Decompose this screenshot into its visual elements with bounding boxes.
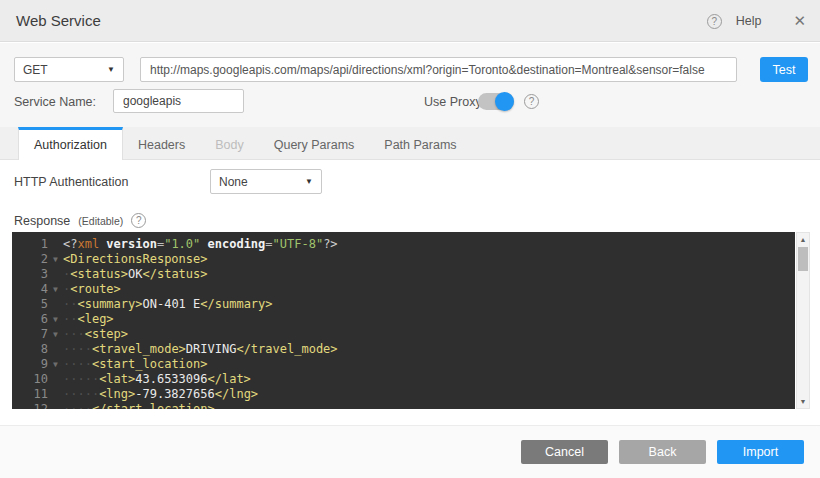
line-number: 3	[12, 267, 48, 282]
page-title: Web Service	[16, 0, 101, 42]
code-line: 5··<summary>ON-401 E</summary>	[12, 297, 795, 312]
tab-bar: AuthorizationHeadersBodyQuery ParamsPath…	[0, 127, 820, 160]
back-button[interactable]: Back	[619, 440, 706, 464]
line-number: 5	[12, 297, 48, 312]
test-button[interactable]: Test	[760, 57, 808, 82]
fold-spacer	[48, 342, 63, 357]
code-line: 4▼·<route>	[12, 282, 795, 297]
line-number: 2	[12, 252, 48, 267]
code-line: 7▼···<step>	[12, 327, 795, 342]
fold-arrow-icon[interactable]: ▼	[48, 357, 63, 372]
fold-spacer	[48, 402, 63, 409]
code-line: 10·····<lat>43.6533096</lat>	[12, 372, 795, 387]
code-text: ···<step>	[63, 327, 795, 342]
use-proxy-label: Use Proxy:	[424, 95, 485, 109]
service-name-input[interactable]	[113, 89, 244, 113]
import-button[interactable]: Import	[717, 440, 804, 464]
request-form: GET ▼ Test Service Name: Use Proxy: ?	[0, 43, 820, 127]
code-line: 6▼··<leg>	[12, 312, 795, 327]
tab-body[interactable]: Body	[200, 127, 259, 159]
code-text: ··<leg>	[63, 312, 795, 327]
code-line: 8····<travel_mode>DRIVING</travel_mode>	[12, 342, 795, 357]
fold-spacer	[48, 387, 63, 402]
fold-arrow-icon[interactable]: ▼	[48, 312, 63, 327]
close-icon[interactable]: ✕	[793, 12, 806, 30]
code-text: ··<summary>ON-401 E</summary>	[63, 297, 795, 312]
scroll-up-icon[interactable]: ▲	[797, 233, 809, 246]
line-number: 4	[12, 282, 48, 297]
http-auth-select-value: None	[219, 175, 248, 189]
fold-spacer	[48, 267, 63, 282]
chevron-down-icon: ▼	[305, 177, 313, 186]
url-input[interactable]	[140, 57, 737, 82]
dialog-footer: Cancel Back Import	[0, 425, 820, 478]
code-line: 3·<status>OK</status>	[12, 267, 795, 282]
fold-arrow-icon[interactable]: ▼	[48, 327, 63, 342]
code-text: ····<travel_mode>DRIVING</travel_mode>	[63, 342, 795, 357]
help-question-icon[interactable]: ?	[707, 14, 722, 29]
editor-scrollbar[interactable]: ▲ ▼	[796, 232, 810, 409]
help-link[interactable]: Help	[736, 14, 762, 28]
code-text: ·····<lat>43.6533096</lat>	[63, 372, 795, 387]
method-select-value: GET	[23, 63, 48, 77]
fold-spacer	[48, 297, 63, 312]
dialog-header: Web Service ? Help ✕	[0, 0, 820, 42]
code-line: 12····</start_location>	[12, 402, 795, 409]
scroll-down-icon[interactable]: ▼	[797, 395, 809, 408]
fold-spacer	[48, 237, 63, 252]
line-number: 11	[12, 387, 48, 402]
scrollbar-thumb[interactable]	[798, 247, 808, 271]
service-name-label: Service Name:	[14, 95, 96, 109]
http-auth-select[interactable]: None ▼	[210, 169, 322, 194]
fold-arrow-icon[interactable]: ▼	[48, 282, 63, 297]
toggle-knob-icon	[495, 92, 514, 111]
line-number: 9	[12, 357, 48, 372]
fold-arrow-icon[interactable]: ▼	[48, 252, 63, 267]
code-text: ····</start_location>	[63, 402, 795, 409]
line-number: 7	[12, 327, 48, 342]
method-select[interactable]: GET ▼	[14, 57, 124, 82]
code-line: 1<?xml version="1.0" encoding="UTF-8"?>	[12, 237, 795, 252]
code-text: <?xml version="1.0" encoding="UTF-8"?>	[63, 237, 795, 252]
code-text: ·<status>OK</status>	[63, 267, 795, 282]
code-text: ·····<lng>-79.3827656</lng>	[63, 387, 795, 402]
line-number: 6	[12, 312, 48, 327]
response-editable-label: (Editable)	[78, 215, 123, 227]
chevron-down-icon: ▼	[107, 65, 115, 74]
http-auth-label: HTTP Authentication	[14, 175, 128, 189]
code-text: <DirectionsResponse>	[63, 252, 795, 267]
code-lines: 1<?xml version="1.0" encoding="UTF-8"?>2…	[12, 237, 795, 409]
line-number: 12	[12, 402, 48, 409]
line-number: 1	[12, 237, 48, 252]
response-label-row: Response (Editable) ?	[14, 213, 146, 228]
line-number: 8	[12, 342, 48, 357]
code-line: 2▼<DirectionsResponse>	[12, 252, 795, 267]
code-line: 9▼····<start_location>	[12, 357, 795, 372]
tab-query-params[interactable]: Query Params	[259, 127, 370, 159]
line-number: 10	[12, 372, 48, 387]
use-proxy-toggle[interactable]	[478, 93, 514, 110]
code-text: ····<start_location>	[63, 357, 795, 372]
tab-authorization[interactable]: Authorization	[18, 127, 123, 160]
tab-headers[interactable]: Headers	[123, 127, 200, 159]
cancel-button[interactable]: Cancel	[521, 440, 608, 464]
code-editor[interactable]: 1<?xml version="1.0" encoding="UTF-8"?>2…	[12, 232, 795, 409]
code-text: ·<route>	[63, 282, 795, 297]
response-question-icon[interactable]: ?	[131, 213, 146, 228]
tab-path-params[interactable]: Path Params	[369, 127, 471, 159]
proxy-question-icon[interactable]: ?	[524, 94, 539, 109]
code-line: 11·····<lng>-79.3827656</lng>	[12, 387, 795, 402]
response-label: Response	[14, 214, 70, 228]
fold-spacer	[48, 372, 63, 387]
